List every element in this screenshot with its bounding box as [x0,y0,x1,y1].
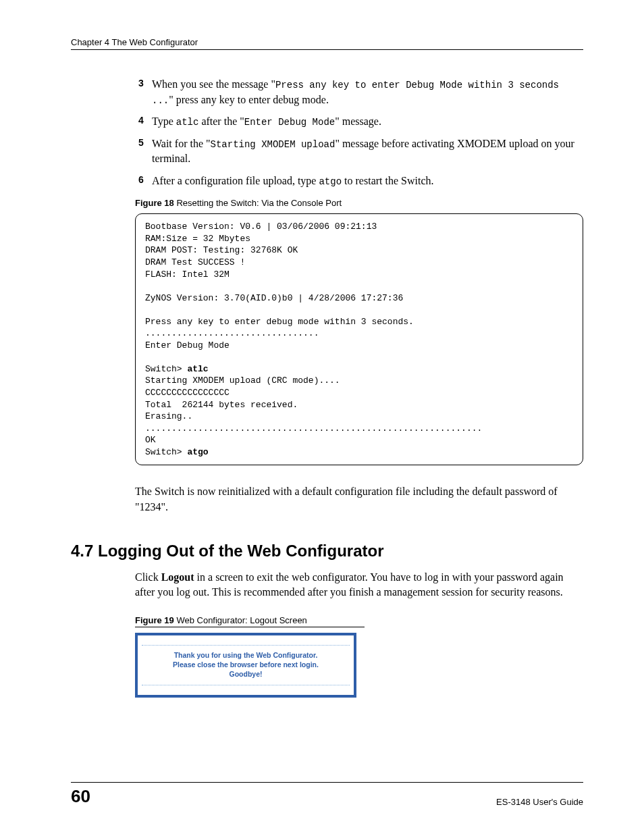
section-4-7-heading: 4.7 Logging Out of the Web Configurator [71,542,583,561]
step-4: 4 Type atlc after the "Enter Debug Mode"… [138,114,583,130]
step-text: When you see the message "Press any key … [152,77,583,107]
reinitialized-paragraph: The Switch is now reinitialized with a d… [135,484,583,515]
logout-screen: Thank you for using the Web Configurator… [135,633,356,698]
step-number: 3 [138,77,152,107]
step-5: 5 Wait for the "Starting XMODEM upload" … [138,136,583,167]
page-header: Chapter 4 The Web Configurator [71,37,583,50]
document-id: ES-3148 User's Guide [496,797,583,807]
chapter-label: Chapter 4 The Web Configurator [71,37,198,47]
step-number: 6 [138,174,152,189]
divider [142,645,350,646]
step-number: 5 [138,136,152,167]
console-output: Bootbase Version: V0.6 | 03/06/2006 09:2… [135,213,583,465]
page-footer: 60 ES-3148 User's Guide [71,782,583,807]
step-text: Wait for the "Starting XMODEM upload" me… [152,136,583,167]
logout-message: Thank you for using the Web Configurator… [173,651,319,679]
step-3: 3 When you see the message "Press any ke… [138,77,583,107]
step-number: 4 [138,114,152,130]
steps-list: 3 When you see the message "Press any ke… [138,77,583,188]
figure-19-caption: Figure 19 Web Configurator: Logout Scree… [135,615,365,627]
step-text: After a configuration file upload, type … [152,174,583,189]
figure-18-caption: Figure 18 Resetting the Switch: Via the … [135,198,583,208]
step-text: Type atlc after the "Enter Debug Mode" m… [152,114,583,130]
step-6: 6 After a configuration file upload, typ… [138,174,583,189]
logout-instruction-paragraph: Click Logout in a screen to exit the web… [135,570,583,600]
logout-screen-inner: Thank you for using the Web Configurator… [138,635,354,695]
page-number: 60 [71,786,90,807]
divider [142,685,350,685]
